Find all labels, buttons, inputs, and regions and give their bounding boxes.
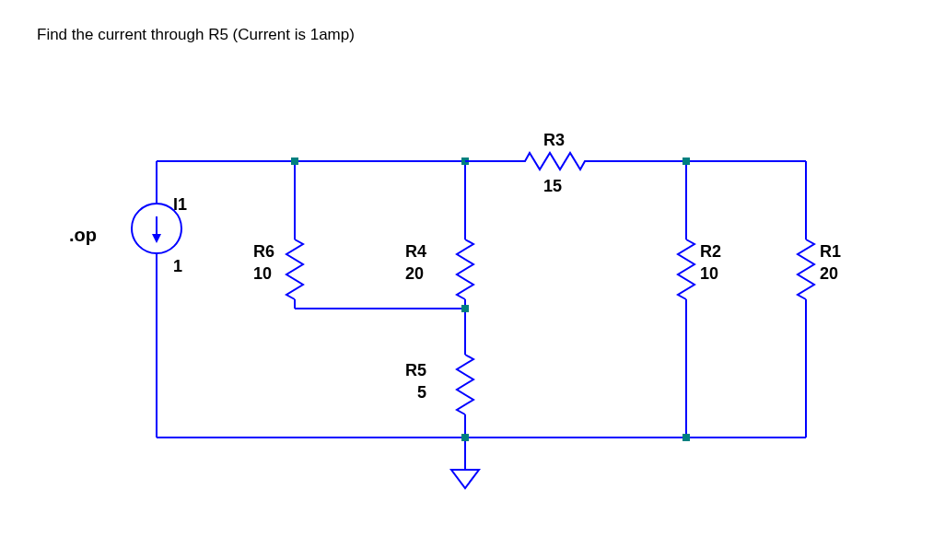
svg-rect-2 xyxy=(682,158,690,165)
ground-symbol xyxy=(451,470,479,488)
resistor-R2 xyxy=(678,239,694,299)
svg-rect-3 xyxy=(461,305,469,312)
label-R6: R6 xyxy=(253,242,274,261)
value-R6: 10 xyxy=(253,264,272,283)
label-R1: R1 xyxy=(820,242,841,261)
label-R3: R3 xyxy=(543,131,565,149)
resistor-R4 xyxy=(457,239,473,299)
svg-marker-8 xyxy=(152,234,161,243)
resistor-R3 xyxy=(465,153,645,169)
value-R1: 20 xyxy=(820,264,838,283)
wires xyxy=(157,161,806,470)
label-R5: R5 xyxy=(405,361,426,379)
circuit-schematic: I1 1 R6 10 R4 20 R5 5 R3 15 R2 10 R1 20 … xyxy=(0,0,945,560)
junction-nodes xyxy=(291,158,690,441)
value-R5: 5 xyxy=(417,383,426,402)
svg-rect-0 xyxy=(291,158,298,165)
label-R4: R4 xyxy=(405,242,426,261)
resistor-R5 xyxy=(457,355,473,414)
value-R4: 20 xyxy=(405,264,424,283)
value-R3: 15 xyxy=(543,177,562,195)
label-R2: R2 xyxy=(700,242,721,261)
value-R2: 10 xyxy=(700,264,718,283)
value-I1: 1 xyxy=(173,257,182,275)
svg-marker-9 xyxy=(451,470,479,488)
resistor-R6 xyxy=(286,239,303,299)
spice-directive: .op xyxy=(69,225,97,245)
svg-rect-4 xyxy=(461,434,469,441)
svg-rect-5 xyxy=(682,434,690,441)
resistor-R1 xyxy=(798,239,814,299)
label-I1: I1 xyxy=(173,195,187,214)
